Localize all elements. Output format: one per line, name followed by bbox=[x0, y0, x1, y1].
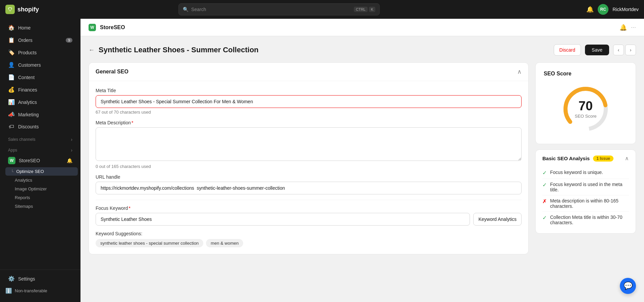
sidebar-label-discounts: Discounts bbox=[18, 124, 39, 129]
seo-score-title: SEO Score bbox=[544, 71, 572, 77]
side-column: SEO Score 70 SEO Score bbox=[535, 62, 636, 239]
discard-button[interactable]: Discard bbox=[554, 44, 581, 56]
optimize-seo-label: Optimize SEO bbox=[16, 169, 44, 174]
focus-keyword-group: Focus Keyword* Keyword Analytics bbox=[96, 205, 522, 226]
marketing-icon: 📣 bbox=[8, 111, 15, 118]
meta-title-input[interactable] bbox=[96, 95, 522, 108]
app-header-bell-icon[interactable]: 🔔 bbox=[620, 24, 627, 31]
sidebar-item-analytics[interactable]: 📊 Analytics bbox=[3, 96, 78, 108]
url-handle-input[interactable] bbox=[96, 182, 522, 194]
general-seo-body: Meta Title 67 out of 70 characters used … bbox=[89, 81, 528, 254]
sidebar-item-settings[interactable]: ⚙️ Settings bbox=[3, 273, 78, 285]
topbar-right: 🔔 RC RickMortdev bbox=[586, 4, 639, 15]
general-seo-card: General SEO ∧ Meta Title 67 out of 70 ch… bbox=[89, 62, 529, 254]
sidebar-label-content: Content bbox=[18, 75, 35, 80]
meta-desc-label: Meta Description* bbox=[96, 120, 522, 125]
sidebar-item-customers[interactable]: 👤 Customers bbox=[3, 59, 78, 71]
sidebar-item-storeseo[interactable]: W StoreSEO 🔔 bbox=[3, 155, 78, 167]
sidebar-item-home[interactable]: 🏠 Home bbox=[3, 22, 78, 34]
app-header-logo: W bbox=[89, 24, 96, 31]
reports-label: Reports bbox=[15, 195, 30, 200]
finances-icon: 💰 bbox=[8, 86, 15, 93]
sidebar-item-products[interactable]: 🏷️ Products bbox=[3, 47, 78, 58]
check-fail-icon-2: ✗ bbox=[542, 198, 547, 204]
meta-desc-group: Meta Description* 0 out of 165 character… bbox=[96, 120, 522, 169]
next-arrow-button[interactable]: › bbox=[625, 45, 636, 55]
meta-title-label: Meta Title bbox=[96, 88, 522, 93]
sidebar-item-finances[interactable]: 💰 Finances bbox=[3, 84, 78, 96]
sidebar-label-home: Home bbox=[18, 25, 31, 31]
keyword-analytics-button[interactable]: Keyword Analytics bbox=[473, 213, 522, 226]
settings-label: Settings bbox=[18, 276, 35, 282]
meta-title-hint: 67 out of 70 characters used bbox=[96, 110, 522, 115]
sidebar-label-analytics: Analytics bbox=[18, 100, 37, 105]
focus-keyword-label: Focus Keyword* bbox=[96, 205, 522, 211]
non-transferable: ℹ️ Non-transferable bbox=[0, 285, 80, 297]
username: RickMortdev bbox=[612, 7, 639, 12]
analysis-item-0: ✓ Focus keyword is unique. bbox=[542, 167, 629, 179]
analysis-title-row: Basic SEO Analysis 1 Issue bbox=[542, 156, 613, 162]
sidebar-sub-image-optimizer[interactable]: Image Optimizer bbox=[5, 185, 78, 193]
analysis-text-1: Focus keyword is used in the meta title. bbox=[550, 182, 629, 192]
seo-gauge: 70 SEO Score bbox=[559, 82, 612, 136]
seo-gauge-center: 70 SEO Score bbox=[575, 100, 596, 119]
sidebar-label-products: Products bbox=[18, 50, 37, 55]
focus-keyword-required: * bbox=[128, 205, 130, 211]
sitemaps-label: Sitemaps bbox=[15, 204, 33, 209]
collapse-icon[interactable]: ∧ bbox=[517, 68, 522, 75]
notification-icon[interactable]: 🔔 bbox=[586, 6, 594, 13]
ctrl-key: CTRL bbox=[354, 7, 368, 12]
save-button[interactable]: Save bbox=[585, 45, 609, 55]
products-icon: 🏷️ bbox=[8, 49, 15, 56]
keyword-tag-1[interactable]: men & women bbox=[206, 239, 243, 247]
keyword-suggestions-section: Keyword Suggestions: synthetic leather s… bbox=[96, 231, 522, 247]
meta-title-group: Meta Title 67 out of 70 characters used bbox=[96, 88, 522, 115]
sidebar-item-content[interactable]: 📄 Content bbox=[3, 71, 78, 83]
analysis-item-1: ✓ Focus keyword is used in the meta titl… bbox=[542, 179, 629, 195]
sidebar-item-discounts[interactable]: 🏷 Discounts bbox=[3, 121, 78, 132]
analysis-text-2: Meta description is within 80-165 charac… bbox=[550, 198, 629, 209]
app-header-more-icon[interactable]: ··· bbox=[631, 24, 636, 31]
analysis-text-0: Focus keyword is unique. bbox=[550, 170, 603, 175]
keyword-row: Keyword Analytics bbox=[96, 213, 522, 226]
sidebar-sub-optimize-seo[interactable]: └ Optimize SEO bbox=[5, 167, 78, 176]
search-input[interactable] bbox=[191, 7, 351, 12]
general-seo-title: General SEO bbox=[96, 69, 128, 75]
customers-icon: 👤 bbox=[8, 62, 15, 68]
sidebar-label-customers: Customers bbox=[18, 62, 41, 68]
image-optimizer-label: Image Optimizer bbox=[15, 186, 47, 191]
chat-bubble[interactable]: 💬 bbox=[620, 278, 636, 294]
apps-chevron[interactable]: › bbox=[71, 147, 72, 153]
keyword-suggestions-label: Keyword Suggestions: bbox=[96, 231, 522, 236]
analysis-body: ✓ Focus keyword is unique. ✓ Focus keywo… bbox=[536, 167, 636, 233]
shopify-text: shopify bbox=[17, 6, 39, 13]
sales-channels-chevron[interactable]: › bbox=[71, 137, 72, 142]
page-content: ← Synthetic Leather Shoes - Summer Colle… bbox=[80, 36, 644, 302]
sidebar-item-orders[interactable]: 📋 Orders 9 bbox=[3, 34, 78, 46]
shopify-logo: shopify bbox=[5, 5, 72, 14]
analysis-collapse-btn[interactable]: ∧ bbox=[625, 155, 629, 162]
url-handle-group: URL handle bbox=[96, 174, 522, 194]
main-column: General SEO ∧ Meta Title 67 out of 70 ch… bbox=[89, 62, 529, 260]
prev-arrow-button[interactable]: ‹ bbox=[613, 45, 624, 55]
back-arrow[interactable]: ← bbox=[89, 47, 95, 54]
sidebar: 🏠 Home 📋 Orders 9 🏷️ Products 👤 Customer… bbox=[0, 19, 80, 302]
orders-badge: 9 bbox=[66, 38, 72, 43]
meta-desc-input[interactable] bbox=[96, 127, 522, 161]
focus-keyword-input[interactable] bbox=[96, 213, 470, 226]
meta-desc-required: * bbox=[131, 120, 133, 125]
divider bbox=[96, 200, 522, 200]
page-title-row: ← Synthetic Leather Shoes - Summer Colle… bbox=[89, 44, 636, 56]
sidebar-item-marketing[interactable]: 📣 Marketing bbox=[3, 109, 78, 120]
meta-title-wrapper bbox=[96, 95, 522, 108]
sidebar-sub-analytics[interactable]: Analytics bbox=[5, 176, 78, 184]
storeseo-bell-icon[interactable]: 🔔 bbox=[67, 158, 72, 163]
sidebar-sub-reports[interactable]: Reports bbox=[5, 193, 78, 202]
two-column-layout: General SEO ∧ Meta Title 67 out of 70 ch… bbox=[89, 62, 636, 260]
nav-arrows: ‹ › bbox=[613, 45, 636, 55]
analytics-icon: 📊 bbox=[8, 99, 15, 105]
search-bar[interactable]: 🔍 CTRL K bbox=[178, 3, 380, 15]
sidebar-sub-sitemaps[interactable]: Sitemaps bbox=[5, 202, 78, 210]
keyword-tag-0[interactable]: synthetic leather shoes - special summer… bbox=[96, 239, 203, 247]
apps-section: Apps › bbox=[0, 143, 80, 154]
